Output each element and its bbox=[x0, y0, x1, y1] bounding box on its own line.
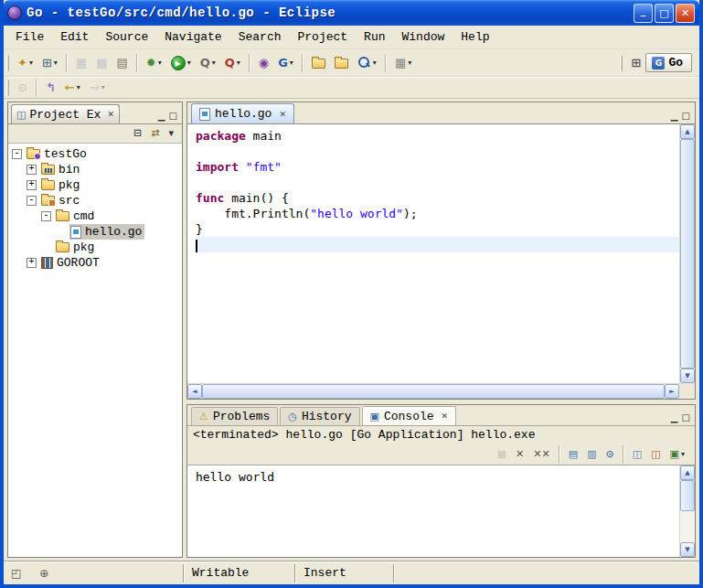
new-go-project-button[interactable]: ⊞▾ bbox=[38, 53, 61, 73]
open-resource-button[interactable] bbox=[331, 53, 352, 73]
close-button[interactable]: ✕ bbox=[676, 4, 695, 23]
tab-problems[interactable]: ⚠Problems bbox=[191, 407, 278, 425]
scrollbar-thumb[interactable] bbox=[680, 480, 695, 511]
tree-item-GOROOT[interactable]: +GOROOT bbox=[8, 255, 182, 271]
scrollbar-thumb[interactable] bbox=[202, 384, 665, 399]
chevron-down-icon[interactable]: ▾ bbox=[290, 59, 293, 67]
code-line[interactable] bbox=[196, 175, 679, 190]
tree-item-row[interactable]: pkg bbox=[55, 240, 97, 255]
remove-launch-button[interactable]: ✕ bbox=[512, 445, 527, 463]
tab-history[interactable]: ◷History bbox=[280, 407, 359, 425]
tree-item-row[interactable]: src bbox=[40, 193, 82, 208]
tree-item-src[interactable]: -src bbox=[8, 193, 182, 208]
tree-item-hello.go[interactable]: hello.go bbox=[8, 224, 182, 240]
scrollbar-thumb[interactable] bbox=[680, 139, 695, 369]
tab-console[interactable]: ▣Console✕ bbox=[362, 406, 457, 425]
tree-item-row[interactable]: cmd bbox=[55, 208, 97, 224]
menu-project[interactable]: Project bbox=[289, 27, 356, 47]
collapse-all-button[interactable]: ⊟ bbox=[130, 125, 145, 142]
code-line[interactable]: func main() { bbox=[196, 190, 679, 206]
code-line[interactable]: package main bbox=[196, 128, 679, 144]
scroll-right-icon[interactable]: ► bbox=[665, 384, 679, 399]
scroll-down-icon[interactable]: ▼ bbox=[680, 369, 695, 383]
editor-vertical-scrollbar[interactable]: ▲ ▼ bbox=[679, 124, 695, 383]
search-button[interactable]: ▾ bbox=[354, 53, 380, 73]
menu-source[interactable]: Source bbox=[97, 27, 156, 47]
new-go-file-button[interactable]: G▾ bbox=[274, 53, 297, 73]
go-perspective-button[interactable]: G Go bbox=[645, 53, 692, 72]
show-console-stdout-button[interactable]: ◫ bbox=[629, 445, 645, 463]
toolbar-grip[interactable] bbox=[620, 55, 623, 71]
chevron-down-icon[interactable]: ▾ bbox=[408, 59, 411, 67]
title-bar[interactable]: Go - testGo/src/cmd/hello.go - Eclipse _… bbox=[4, 0, 699, 26]
tree-expander-icon[interactable]: - bbox=[12, 149, 22, 159]
close-icon[interactable]: ✕ bbox=[107, 110, 114, 119]
chevron-down-icon[interactable]: ▾ bbox=[77, 83, 80, 91]
toolbar-grip[interactable] bbox=[6, 80, 9, 96]
remove-all-launches-button[interactable]: ✕✕ bbox=[529, 445, 553, 463]
editor-horizontal-scrollbar[interactable]: ◄ ► bbox=[187, 383, 679, 399]
open-perspective-button[interactable]: ⊞ bbox=[627, 53, 644, 73]
clear-console-button[interactable]: ▤ bbox=[565, 445, 581, 463]
pin-console-button[interactable]: ⊙ bbox=[602, 445, 618, 463]
new-wizard-button[interactable]: ✦▾ bbox=[14, 53, 37, 73]
scroll-up-icon[interactable]: ▲ bbox=[680, 124, 695, 139]
scroll-down-icon[interactable]: ▼ bbox=[680, 542, 695, 557]
chevron-down-icon[interactable]: ▾ bbox=[158, 59, 162, 67]
chevron-down-icon[interactable]: ▾ bbox=[212, 59, 216, 67]
fast-view-button[interactable]: ◰ bbox=[11, 567, 21, 580]
add-fast-view-button[interactable]: ⊕ bbox=[39, 567, 48, 580]
link-with-editor-button[interactable]: ⇄ bbox=[147, 125, 163, 142]
menu-navigate[interactable]: Navigate bbox=[156, 27, 229, 47]
tree-item-row[interactable]: testGo bbox=[26, 146, 90, 162]
print-button[interactable]: ▤ bbox=[112, 53, 131, 73]
chevron-down-icon[interactable]: ▾ bbox=[29, 59, 33, 67]
minimize-view-button[interactable]: ▁ bbox=[671, 412, 678, 423]
menu-help[interactable]: Help bbox=[453, 27, 497, 47]
maximize-view-button[interactable]: □ bbox=[682, 111, 690, 122]
open-console-button[interactable]: ▣▾ bbox=[666, 445, 688, 463]
menu-run[interactable]: Run bbox=[356, 27, 393, 47]
debug-button[interactable]: ✹▾ bbox=[143, 53, 165, 73]
external-tools-button[interactable]: Q▾ bbox=[221, 53, 244, 73]
minimize-view-button[interactable]: ▁ bbox=[671, 111, 678, 122]
menu-file[interactable]: File bbox=[7, 27, 52, 47]
close-icon[interactable]: ✕ bbox=[279, 110, 286, 119]
chevron-down-icon[interactable]: ▾ bbox=[681, 450, 685, 458]
code-line[interactable] bbox=[196, 144, 679, 159]
menu-edit[interactable]: Edit bbox=[52, 27, 97, 47]
tree-expander-icon[interactable]: - bbox=[27, 196, 37, 206]
tree-item-row[interactable]: GOROOT bbox=[40, 255, 102, 271]
tree-item-row[interactable]: pkg bbox=[40, 177, 82, 193]
chevron-down-icon[interactable]: ▾ bbox=[101, 83, 105, 91]
tree-expander-icon[interactable]: + bbox=[27, 165, 37, 175]
console-vertical-scrollbar[interactable]: ▲ ▼ bbox=[679, 465, 695, 557]
tab-project-explorer[interactable]: ◫ Project Ex ✕ bbox=[11, 104, 120, 123]
toggle-annotations-button[interactable]: ▦▾ bbox=[391, 53, 415, 73]
code-line[interactable] bbox=[196, 237, 679, 252]
run-button[interactable]: ▶▾ bbox=[167, 53, 195, 73]
maximize-button[interactable]: □ bbox=[655, 4, 674, 23]
tree-expander-icon[interactable]: - bbox=[41, 211, 51, 221]
maximize-view-button[interactable]: □ bbox=[169, 111, 177, 122]
tree-item-row[interactable]: hello.go bbox=[69, 224, 144, 240]
code-line[interactable]: fmt.Println("hello world"); bbox=[196, 206, 679, 221]
tab-hello-go[interactable]: hello.go ✕ bbox=[191, 103, 294, 123]
profile-button[interactable]: Q▾ bbox=[197, 53, 219, 73]
new-go-package-button[interactable]: ◉ bbox=[255, 53, 272, 73]
view-menu-button[interactable]: ▾ bbox=[165, 125, 177, 142]
maximize-view-button[interactable]: □ bbox=[682, 412, 690, 423]
scroll-up-icon[interactable]: ▲ bbox=[680, 465, 695, 480]
scrollbar-track[interactable] bbox=[680, 511, 695, 542]
tree-expander-icon[interactable]: + bbox=[27, 180, 37, 190]
menu-search[interactable]: Search bbox=[230, 27, 290, 47]
code-line[interactable]: } bbox=[196, 221, 679, 237]
last-edit-location-button[interactable]: ↰ bbox=[42, 78, 59, 98]
scroll-lock-button[interactable]: ▥ bbox=[583, 445, 600, 463]
tree-item-pkg[interactable]: pkg bbox=[8, 240, 182, 255]
chevron-down-icon[interactable]: ▾ bbox=[187, 59, 191, 67]
tree-item-pkg[interactable]: +pkg bbox=[8, 177, 182, 193]
tree-item-bin[interactable]: +bin bbox=[8, 162, 182, 177]
tree-item-testGo[interactable]: -testGo bbox=[8, 146, 182, 162]
back-button[interactable]: ←▾ bbox=[61, 78, 84, 98]
